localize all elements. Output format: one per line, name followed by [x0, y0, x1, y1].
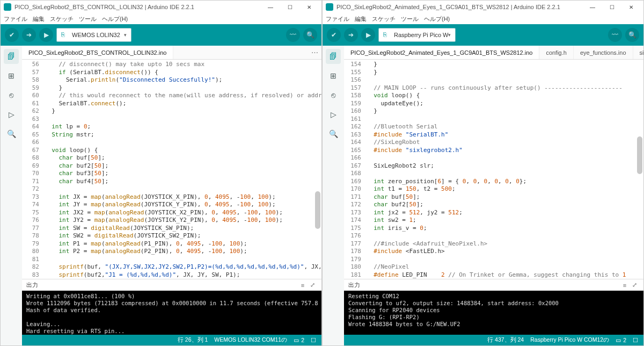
library-manager-icon[interactable]: ⎋ [326, 88, 341, 103]
search-icon[interactable]: 🔍 [4, 126, 19, 141]
tab-sixlegrobot-cpp[interactable]: sixlegrobot2.cpp [633, 46, 644, 59]
close-button[interactable]: ✕ [300, 1, 318, 13]
menu-sketch[interactable]: スケッチ [50, 15, 74, 23]
bell-icon[interactable]: ▭ [616, 337, 621, 343]
debug-icon[interactable]: ▷ [4, 107, 19, 122]
output-console[interactable]: Resetting COM12 Converting to uf2, outpu… [344, 291, 643, 335]
menu-sketch[interactable]: スケッチ [372, 15, 396, 23]
board-name: Raspberry Pi Pico W [394, 32, 448, 38]
tab-menu-icon[interactable]: ⋯ [311, 48, 318, 56]
output-header: 出力 ≡ ⤢ [22, 279, 321, 291]
arduino-logo-icon [326, 3, 333, 11]
notif-count: 2 [301, 337, 304, 343]
boards-manager-icon[interactable]: ⊞ [326, 68, 341, 83]
upload-button[interactable]: ➔ [22, 28, 36, 42]
serial-plotter-button[interactable]: 〰 [608, 28, 622, 42]
editor-tabs: PICO_SixLegRobot2_BTS_CONTROL_LOLIN32.in… [22, 46, 321, 60]
debug-icon[interactable]: ▷ [326, 107, 341, 122]
sketchbook-icon[interactable]: 🗐 [4, 49, 19, 64]
scrollbar[interactable] [315, 191, 320, 229]
cursor-position: 行 26、列 1 [178, 336, 208, 344]
menu-help[interactable]: ヘルプ(H) [102, 15, 128, 23]
debug-button[interactable]: ▶ [39, 28, 53, 42]
code-editor[interactable]: 56 // disconnect() may take upto 10 secs… [22, 60, 321, 279]
cursor-position: 行 437、列 24 [487, 336, 524, 344]
menu-edit[interactable]: 編集 [33, 15, 45, 23]
status-bar: 行 26、列 1 WEMOS LOLIN32 COM11の ▭2 ☐ [22, 335, 321, 345]
arduino-logo-icon [4, 3, 11, 11]
menu-file[interactable]: ファイル [4, 15, 27, 23]
menu-help[interactable]: ヘルプ(H) [424, 15, 450, 23]
titlebar[interactable]: PICO_SixLegRobot2_BTS_CONTROL_LOLIN32 | … [1, 1, 321, 13]
status-bar: 行 437、列 24 Raspberry Pi Pico W COM12の ▭2… [344, 335, 643, 345]
menu-tools[interactable]: ツール [401, 15, 419, 23]
board-selector[interactable]: ⎘ WEMOS LOLIN32 ▾ [56, 28, 131, 42]
toolbar: ✔ ➔ ▶ ⎘ WEMOS LOLIN32 ▾ 〰 🔍 [1, 24, 321, 46]
menubar: ファイル 編集 スケッチ ツール ヘルプ(H) [1, 13, 321, 24]
editor-tabs: PICO_SixLegRobot2_Animated_Eyes_1_GC9A01… [344, 46, 643, 60]
verify-button[interactable]: ✔ [327, 28, 341, 42]
activity-bar: 🗐 ⊞ ⎋ ▷ 🔍 [323, 46, 344, 345]
menu-tools[interactable]: ツール [79, 15, 97, 23]
serial-plotter-button[interactable]: 〰 [286, 28, 300, 42]
status-board: WEMOS LOLIN32 COM11の [214, 336, 287, 344]
close-button[interactable]: ✕ [622, 1, 640, 13]
output-console[interactable]: Writing at 0x0011ce81... (100 %) Wrote 1… [22, 291, 321, 335]
bell-icon[interactable]: ▭ [294, 337, 299, 343]
tab-eyefunctions[interactable]: eye_functions.ino [574, 46, 633, 59]
code-editor[interactable]: 154 } 155 } 156 157 // MAIN LOOP -- runs… [344, 60, 643, 279]
output-expand-icon[interactable]: ⤢ [630, 280, 639, 290]
menu-edit[interactable]: 編集 [355, 15, 367, 23]
status-board: Raspberry Pi Pico W COM12の [530, 336, 609, 344]
chevron-down-icon: ▾ [124, 32, 127, 38]
board-selector[interactable]: ⎘ Raspberry Pi Pico W ▾ [378, 28, 456, 42]
maximize-button[interactable]: ☐ [603, 1, 621, 13]
notif-count: 2 [623, 337, 626, 343]
boards-manager-icon[interactable]: ⊞ [4, 68, 19, 83]
output-label: 出力 [348, 281, 360, 289]
menu-file[interactable]: ファイル [326, 15, 349, 23]
upload-button[interactable]: ➔ [344, 28, 358, 42]
library-manager-icon[interactable]: ⎋ [4, 88, 19, 103]
toolbar: ✔ ➔ ▶ ⎘ Raspberry Pi Pico W ▾ 〰 🔍 [323, 24, 643, 46]
sketchbook-icon[interactable]: 🗐 [326, 49, 341, 64]
verify-button[interactable]: ✔ [5, 28, 19, 42]
output-label: 出力 [26, 281, 38, 289]
activity-bar: 🗐 ⊞ ⎋ ▷ 🔍 [1, 46, 22, 345]
close-panel-icon[interactable]: ☐ [633, 337, 638, 343]
serial-monitor-button[interactable]: 🔍 [625, 28, 639, 42]
window-title: PICO_SixLegRobot2_BTS_CONTROL_LOLIN32 | … [14, 4, 261, 10]
tab-main-ino[interactable]: PICO_SixLegRobot2_BTS_CONTROL_LOLIN32.in… [22, 46, 173, 59]
minimize-button[interactable]: ― [261, 1, 280, 13]
titlebar[interactable]: PICO_SixLegRobot2_Animated_Eyes_1_GC9A01… [323, 1, 643, 13]
output-expand-icon[interactable]: ⤢ [308, 280, 317, 290]
debug-button[interactable]: ▶ [361, 28, 375, 42]
output-header: 出力 ≡ ⤢ [344, 279, 643, 291]
tab-config-h[interactable]: config.h [539, 46, 574, 59]
close-panel-icon[interactable]: ☐ [311, 337, 316, 343]
tab-main-ino[interactable]: PICO_SixLegRobot2_Animated_Eyes_1_GC9A01… [344, 46, 539, 59]
board-name: WEMOS LOLIN32 [72, 32, 120, 38]
output-options-icon[interactable]: ≡ [620, 280, 630, 290]
scrollbar[interactable] [637, 136, 642, 174]
search-icon[interactable]: 🔍 [326, 126, 341, 141]
maximize-button[interactable]: ☐ [281, 1, 299, 13]
arduino-window-left: PICO_SixLegRobot2_BTS_CONTROL_LOLIN32 | … [0, 0, 322, 346]
output-options-icon[interactable]: ≡ [298, 280, 308, 290]
arduino-window-right: PICO_SixLegRobot2_Animated_Eyes_1_GC9A01… [322, 0, 644, 346]
serial-monitor-button[interactable]: 🔍 [303, 28, 317, 42]
minimize-button[interactable]: ― [583, 1, 602, 13]
chevron-down-icon: ▾ [448, 32, 451, 38]
usb-icon: ⎘ [383, 31, 391, 39]
window-title: PICO_SixLegRobot2_Animated_Eyes_1_GC9A01… [336, 4, 583, 10]
menubar: ファイル 編集 スケッチ ツール ヘルプ(H) [323, 13, 643, 24]
usb-icon: ⎘ [61, 31, 69, 39]
